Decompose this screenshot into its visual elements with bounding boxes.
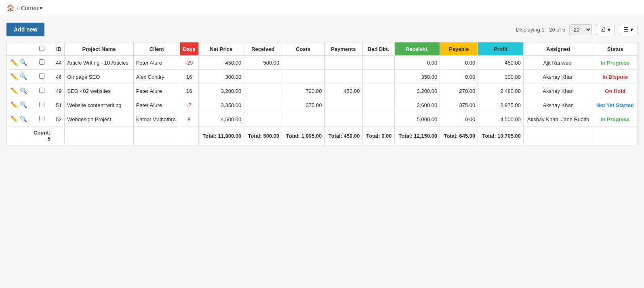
col-days[interactable]: Days (180, 42, 198, 56)
breadcrumb-current[interactable]: Current▾ (21, 5, 43, 11)
col-bad-dbt[interactable]: Bad Dbt. (362, 42, 394, 56)
col-payments[interactable]: Payments (324, 42, 362, 56)
col-assigned-label: Assigned (546, 46, 570, 52)
col-actions (7, 42, 31, 56)
row-payments (324, 70, 362, 84)
row-days-value: 16 (186, 74, 192, 80)
row-id: 51 (53, 98, 64, 112)
row-checkbox-cell[interactable] (31, 70, 53, 84)
col-status[interactable]: Status (593, 42, 638, 56)
col-costs-label: Costs (296, 46, 310, 52)
columns-chevron-icon: ▾ (630, 26, 633, 33)
search-icon[interactable]: 🔍 (20, 116, 27, 123)
print-icon: 🖨 (600, 26, 606, 33)
edit-icon[interactable]: ✏️ (11, 101, 18, 109)
row-id: 46 (53, 70, 64, 84)
row-received (244, 84, 282, 98)
row-net-price: 3,350.00 (198, 98, 244, 112)
footer-received-total: Total: 500.00 (244, 126, 282, 145)
col-client[interactable]: Client (133, 42, 180, 56)
row-costs (282, 112, 324, 126)
main-content: Add new Displaying 1 - 20 of 5 10 20 50 … (0, 16, 644, 152)
row-payable: 0.00 (440, 70, 478, 84)
row-receivbl: 3,200.00 (394, 84, 440, 98)
footer-profit-total: Total: 10,705.00 (478, 126, 524, 145)
row-checkbox-cell[interactable] (31, 112, 53, 126)
footer-count-label-cell: Count: 5 (31, 126, 53, 145)
top-bar: 🏠 / Current▾ (0, 0, 644, 16)
print-chevron-icon: ▾ (608, 26, 610, 33)
col-payable[interactable]: Payable (440, 42, 478, 56)
row-profit: 2,975.00 (478, 98, 524, 112)
row-checkbox-cell[interactable] (31, 56, 53, 70)
row-id: 49 (53, 84, 64, 98)
row-status-value: On Hold (605, 88, 625, 94)
table-row: ✏️ 🔍 52 Webdesign Project Kamal Malhothr… (7, 112, 638, 126)
edit-icon[interactable]: ✏️ (11, 87, 18, 95)
breadcrumb-separator: / (17, 5, 19, 11)
print-button[interactable]: 🖨 ▾ (596, 24, 615, 35)
per-page-select[interactable]: 10 20 50 100 (569, 24, 592, 35)
footer-payments-total: Total: 450.00 (324, 126, 362, 145)
row-checkbox-cell[interactable] (31, 84, 53, 98)
row-payable: 0.00 (440, 112, 478, 126)
col-days-label: Days (183, 46, 196, 52)
col-receivbl[interactable]: Receivbl. (394, 42, 440, 56)
row-status-value: In Dispute (602, 74, 628, 80)
row-receivbl: 0.00 (394, 56, 440, 70)
col-profit-label: Profit (494, 46, 507, 52)
row-receivbl: 350.00 (394, 70, 440, 84)
edit-icon[interactable]: ✏️ (11, 59, 18, 66)
footer-payable-total: Total: 645.00 (440, 126, 478, 145)
row-checkbox[interactable] (39, 88, 44, 93)
row-checkbox[interactable] (39, 116, 44, 121)
footer-count-label: Count: (34, 130, 51, 136)
footer-empty-4 (133, 126, 180, 145)
toolbar: Add new Displaying 1 - 20 of 5 10 20 50 … (6, 23, 638, 36)
col-received[interactable]: Received (244, 42, 282, 56)
row-checkbox[interactable] (39, 74, 44, 79)
row-payable: 270.00 (440, 84, 478, 98)
footer-empty-7 (593, 126, 638, 145)
footer-empty-2 (53, 126, 64, 145)
row-checkbox-cell[interactable] (31, 98, 53, 112)
col-costs[interactable]: Costs (282, 42, 324, 56)
select-all-checkbox[interactable] (39, 46, 44, 51)
row-days-value: -29 (185, 60, 193, 66)
row-status: Not Yet Started (593, 98, 638, 112)
col-net-price[interactable]: Net Price (198, 42, 244, 56)
edit-icon[interactable]: ✏️ (11, 116, 18, 123)
row-client: Peter Alure (133, 56, 180, 70)
search-icon[interactable]: 🔍 (20, 87, 27, 95)
col-project-name[interactable]: Project Name (65, 42, 133, 56)
row-net-price: 3,200.00 (198, 84, 244, 98)
columns-button[interactable]: ☰ ▾ (619, 24, 638, 35)
row-costs (282, 56, 324, 70)
row-assigned: Ajit Ranweer (524, 56, 593, 70)
col-profit[interactable]: Profit (478, 42, 524, 56)
footer-costs-total: Total: 1,095.00 (282, 126, 324, 145)
row-assigned: Akshay Khan (524, 84, 593, 98)
col-assigned[interactable]: Assigned (524, 42, 593, 56)
col-id[interactable]: ID (53, 42, 64, 56)
row-actions: ✏️ 🔍 (7, 98, 31, 112)
row-assigned: Akshay Khan, Jane Rudith (524, 112, 593, 126)
search-icon[interactable]: 🔍 (20, 73, 27, 80)
row-assigned: Akshay Khan (524, 70, 593, 84)
row-payments: 450.00 (324, 84, 362, 98)
row-checkbox[interactable] (39, 102, 44, 107)
toolbar-right: Displaying 1 - 20 of 5 10 20 50 100 🖨 ▾ … (516, 24, 638, 35)
row-payments (324, 98, 362, 112)
col-select-all[interactable] (31, 42, 53, 56)
add-new-button[interactable]: Add new (6, 23, 44, 36)
col-client-label: Client (149, 46, 164, 52)
row-costs: 720.00 (282, 84, 324, 98)
search-icon[interactable]: 🔍 (20, 59, 27, 66)
edit-icon[interactable]: ✏️ (11, 73, 18, 80)
search-icon[interactable]: 🔍 (20, 101, 27, 109)
home-icon[interactable]: 🏠 (6, 4, 15, 12)
row-bad-dbt (362, 98, 394, 112)
row-status: In Progress (593, 56, 638, 70)
row-checkbox[interactable] (39, 59, 44, 65)
row-id: 44 (53, 56, 64, 70)
